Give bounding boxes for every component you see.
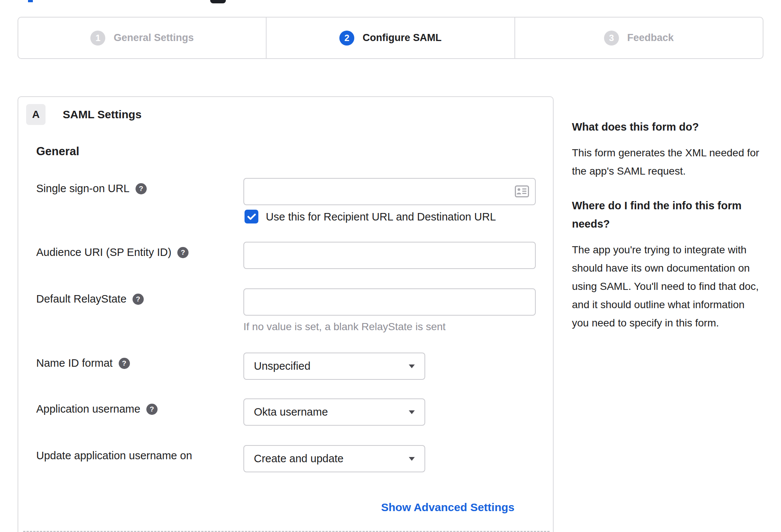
chevron-down-icon <box>409 410 415 414</box>
audience-uri-label: Audience URI (SP Entity ID) ? <box>36 246 189 259</box>
cutoff-blue-artifact <box>28 0 33 2</box>
chevron-down-icon <box>409 457 415 461</box>
saml-settings-panel: A SAML Settings General Single sign-on U… <box>18 96 554 532</box>
chevron-down-icon <box>409 364 415 368</box>
step-configure-saml[interactable]: 2 Configure SAML <box>266 18 514 58</box>
sso-url-input-wrap <box>243 178 536 205</box>
name-id-format-select[interactable]: Unspecified <box>243 353 425 380</box>
help-heading-where: Where do I find the info this form needs… <box>572 197 762 233</box>
update-username-label-text: Update application username on <box>36 450 192 462</box>
sso-url-label: Single sign-on URL ? <box>36 182 147 195</box>
contact-card-icon[interactable] <box>515 185 529 197</box>
help-icon[interactable]: ? <box>177 247 189 258</box>
help-icon[interactable]: ? <box>119 358 130 369</box>
help-icon[interactable]: ? <box>133 294 144 305</box>
step-general-settings[interactable]: 1 General Settings <box>18 18 266 58</box>
general-heading: General <box>36 145 79 158</box>
sso-recipient-checkbox[interactable] <box>245 210 258 223</box>
help-para-where: The app you're trying to integrate with … <box>572 241 762 332</box>
cutoff-dark-artifact <box>210 0 226 3</box>
application-username-label: Application username ? <box>36 403 158 415</box>
sso-url-label-text: Single sign-on URL <box>36 182 130 195</box>
help-icon[interactable]: ? <box>146 404 158 415</box>
help-icon[interactable]: ? <box>136 183 147 194</box>
update-username-label: Update application username on <box>36 450 192 462</box>
checkmark-icon <box>247 213 256 220</box>
step-label: Feedback <box>627 32 674 44</box>
step-label: Configure SAML <box>363 32 441 44</box>
help-sidebar: What does this form do? This form genera… <box>572 118 762 348</box>
wizard-stepper: 1 General Settings 2 Configure SAML 3 Fe… <box>18 17 763 59</box>
relay-state-label-text: Default RelayState <box>36 293 127 305</box>
help-heading-what: What does this form do? <box>572 118 762 136</box>
relay-state-input[interactable] <box>243 288 536 316</box>
section-a-badge: A <box>26 104 46 125</box>
relay-state-hint: If no value is set, a blank RelayState i… <box>243 321 446 333</box>
section-title: SAML Settings <box>63 108 141 121</box>
audience-uri-input[interactable] <box>243 242 536 269</box>
relay-state-label: Default RelayState ? <box>36 293 144 305</box>
name-id-format-label-text: Name ID format <box>36 357 113 369</box>
step-label: General Settings <box>113 32 194 44</box>
name-id-format-label: Name ID format ? <box>36 357 130 369</box>
help-para-what: This form generates the XML needed for t… <box>572 144 762 180</box>
audience-uri-label-text: Audience URI (SP Entity ID) <box>36 246 171 259</box>
update-username-value: Create and update <box>254 453 343 465</box>
update-username-select[interactable]: Create and update <box>243 445 425 472</box>
step-feedback[interactable]: 3 Feedback <box>514 18 763 58</box>
step-number-badge: 3 <box>604 31 619 46</box>
show-advanced-settings-link[interactable]: Show Advanced Settings <box>381 501 514 514</box>
section-header: A SAML Settings <box>26 104 141 125</box>
sso-url-input[interactable] <box>243 178 536 205</box>
name-id-format-value: Unspecified <box>254 360 311 372</box>
step-number-badge: 2 <box>339 31 354 46</box>
application-username-select[interactable]: Okta username <box>243 398 425 426</box>
application-username-value: Okta username <box>254 406 328 418</box>
step-number-badge: 1 <box>90 31 105 46</box>
sso-recipient-checkbox-label: Use this for Recipient URL and Destinati… <box>266 211 496 223</box>
application-username-label-text: Application username <box>36 403 140 415</box>
